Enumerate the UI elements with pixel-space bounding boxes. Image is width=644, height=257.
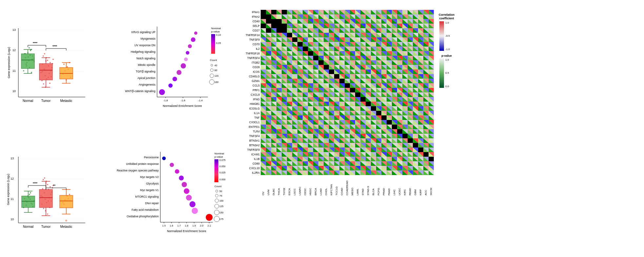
heatmap-cell xyxy=(313,56,318,60)
heatmap-cell xyxy=(287,51,292,56)
heatmap-cell xyxy=(303,115,308,120)
heatmap-cell xyxy=(418,56,423,60)
heatmap-cell xyxy=(303,51,308,56)
heatmap-cell xyxy=(397,111,402,115)
heatmap-cell xyxy=(381,111,387,115)
heatmap-cell xyxy=(271,157,276,161)
heatmap-cell xyxy=(423,115,429,120)
heatmap-cell xyxy=(366,69,371,74)
heatmap-cell xyxy=(334,166,339,170)
heatmap-cell xyxy=(308,33,313,37)
heatmap-cell xyxy=(392,42,397,47)
heatmap-cell xyxy=(261,143,266,148)
heatmap-cell xyxy=(297,42,303,47)
heatmap-cell xyxy=(324,56,329,60)
heatmap-cell xyxy=(318,47,324,51)
heatmap-cell xyxy=(339,10,345,14)
heatmap-cell xyxy=(350,125,355,129)
heatmap-cell xyxy=(324,134,329,138)
heatmap-cell xyxy=(413,143,418,148)
heatmap-cell xyxy=(282,148,287,152)
heatmap-cell xyxy=(324,115,329,120)
heatmap-cell xyxy=(292,42,297,47)
heatmap-cell xyxy=(329,120,334,125)
svg-text:1.5: 1.5 xyxy=(162,224,166,227)
heatmap-cell xyxy=(271,56,276,60)
heatmap-cell xyxy=(429,79,434,83)
heatmap-cell xyxy=(287,161,292,166)
heatmap-row: IL2RA xyxy=(239,170,435,175)
heatmap-cell xyxy=(413,106,418,111)
heatmap-cell xyxy=(392,115,397,120)
heatmap-cell xyxy=(266,138,271,143)
heatmap-cell xyxy=(397,115,402,120)
heatmap-cell xyxy=(318,92,324,97)
heatmap-cell xyxy=(345,83,350,88)
col-label: KIPCTAN xyxy=(330,176,335,195)
heatmap-cell xyxy=(392,161,397,166)
heatmap-cell xyxy=(345,102,350,106)
heatmap-cell xyxy=(292,138,297,143)
heatmap-cell xyxy=(318,42,324,47)
heatmap-cell xyxy=(413,157,418,161)
heatmap-cell xyxy=(261,37,266,42)
heatmap-cell xyxy=(387,60,392,65)
heatmap-cell xyxy=(313,157,318,161)
heatmap-cell xyxy=(313,37,318,42)
heatmap-cell xyxy=(376,33,381,37)
heatmap-cell xyxy=(287,79,292,83)
heatmap-cell xyxy=(329,138,334,143)
heatmap-cell xyxy=(376,42,381,47)
heatmap-cell xyxy=(308,19,313,24)
svg-rect-261 xyxy=(214,159,218,182)
heatmap-cell xyxy=(282,125,287,129)
heatmap-cell xyxy=(360,69,366,74)
heatmap-cell xyxy=(282,51,287,56)
heatmap-cell xyxy=(371,19,376,24)
heatmap-cell xyxy=(371,69,376,74)
heatmap-cell xyxy=(350,24,355,28)
svg-point-273 xyxy=(215,204,219,208)
col-label: TCC1G xyxy=(335,176,340,195)
heatmap-cell xyxy=(413,10,418,14)
heatmap-cell xyxy=(324,148,329,152)
heatmap-cell xyxy=(350,37,355,42)
svg-point-28 xyxy=(31,72,32,73)
heatmap-cell xyxy=(371,152,376,157)
heatmap-cell xyxy=(339,51,345,56)
heatmap-cell xyxy=(282,92,287,97)
svg-text:125: 125 xyxy=(219,205,224,208)
heatmap-cell xyxy=(339,125,345,129)
heatmap-cell xyxy=(413,60,418,65)
heatmap-row: TNFSF4 xyxy=(239,134,435,138)
col-label: CESC xyxy=(304,176,309,195)
heatmap-cell xyxy=(276,111,282,115)
svg-text:p-value: p-value xyxy=(214,155,223,158)
heatmap-cell xyxy=(381,28,387,33)
heatmap-cell xyxy=(313,42,318,47)
heatmap-cell xyxy=(381,74,387,79)
heatmap-cell xyxy=(313,10,318,14)
heatmap-cell xyxy=(266,148,271,152)
heatmap-cell xyxy=(371,14,376,19)
heatmap-cell xyxy=(261,47,266,51)
heatmap-cell xyxy=(266,79,271,83)
heatmap-cell xyxy=(350,19,355,24)
heatmap-cell xyxy=(266,88,271,92)
heatmap-cell xyxy=(303,129,308,134)
heatmap-cell xyxy=(387,166,392,170)
heatmap-cell xyxy=(418,161,423,166)
row-label: CCL5 xyxy=(239,83,261,88)
heatmap-cell xyxy=(271,19,276,24)
heatmap-cell xyxy=(429,125,434,129)
heatmap-cell xyxy=(287,74,292,79)
svg-text:0.05: 0.05 xyxy=(216,42,221,45)
heatmap-cell xyxy=(276,10,282,14)
heatmap-cell xyxy=(360,111,366,115)
heatmap-cell xyxy=(371,56,376,60)
col-label: ACC xyxy=(424,176,430,195)
heatmap-cell xyxy=(392,125,397,129)
heatmap-cell xyxy=(397,138,402,143)
heatmap-cell xyxy=(413,138,418,143)
heatmap-cell xyxy=(418,74,423,79)
